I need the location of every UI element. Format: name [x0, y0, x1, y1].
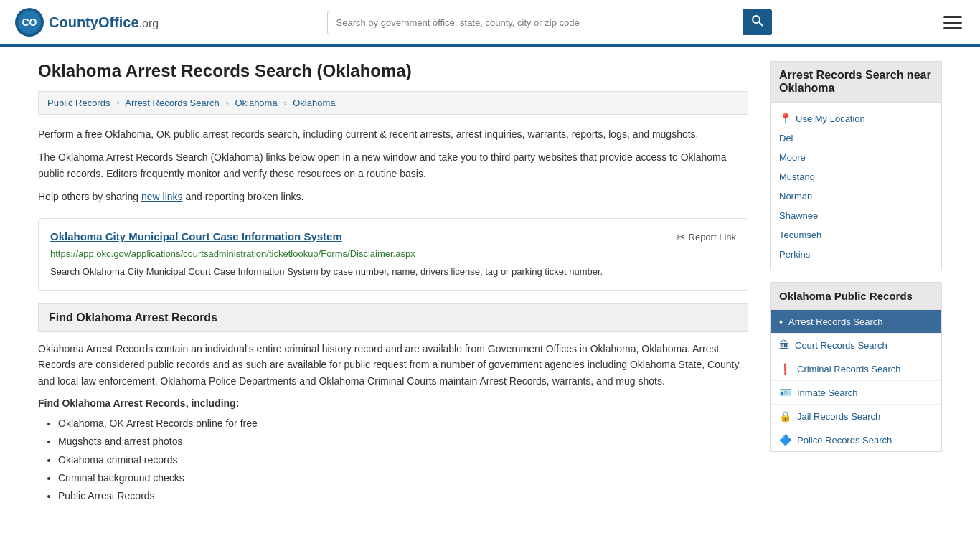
records-jail-records[interactable]: 🔒 Jail Records Search [771, 405, 941, 428]
breadcrumb-sep: › [116, 98, 119, 108]
find-section-title: Find Oklahoma Arrest Records [49, 311, 738, 324]
police-records-label: Police Records Search [797, 435, 892, 446]
police-records-icon: 🔷 [779, 434, 791, 446]
breadcrumb-oklahoma-state[interactable]: Oklahoma [235, 98, 277, 108]
sidebar-records-title: Oklahoma Public Records [770, 282, 942, 310]
sidebar-nearby-title: Arrest Records Search near Oklahoma [770, 61, 942, 103]
header: CO CountyOffice.org [0, 0, 980, 47]
location-del[interactable]: Del [771, 128, 941, 148]
inmate-search-icon: 🪪 [779, 387, 791, 398]
link-card-header: Oklahoma City Municipal Court Case Infor… [50, 230, 736, 244]
court-records-icon: 🏛 [779, 339, 789, 351]
find-list: Oklahoma, OK Arrest Records online for f… [38, 415, 748, 505]
location-tecumseh[interactable]: Tecumseh [771, 225, 941, 245]
link-card: Oklahoma City Municipal Court Case Infor… [38, 218, 748, 291]
svg-line-4 [759, 22, 763, 26]
hamburger-line [943, 22, 962, 24]
intro-paragraph-2: The Oklahoma Arrest Records Search (Okla… [38, 149, 748, 182]
list-item: Mugshots and arrest photos [58, 433, 748, 451]
list-item: Oklahoma criminal records [58, 451, 748, 469]
sidebar-records-list: ▪ Arrest Records Search 🏛 Court Records … [770, 310, 942, 452]
intro-paragraph-3: Help others by sharing new links and rep… [38, 189, 748, 204]
court-records-label: Court Records Search [795, 340, 887, 351]
main-container: Oklahoma Arrest Records Search (Oklahoma… [24, 47, 956, 519]
inmate-search-label: Inmate Search [797, 387, 858, 398]
report-link-label: Report Link [689, 232, 736, 242]
logo-text: CountyOffice.org [49, 14, 159, 31]
location-norman[interactable]: Norman [771, 187, 941, 206]
logo-icon: CO [14, 7, 44, 37]
criminal-records-label: Criminal Records Search [797, 364, 901, 375]
hamburger-line [943, 27, 962, 29]
breadcrumb-sep: › [225, 98, 228, 108]
new-links-link[interactable]: new links [141, 191, 183, 202]
sidebar-location-list: 📍 Use My Location Del Moore Mustang Norm… [770, 103, 942, 270]
location-mustang[interactable]: Mustang [771, 167, 941, 187]
list-item: Oklahoma, OK Arrest Records online for f… [58, 415, 748, 433]
find-body-text: Oklahoma Arrest Records contain an indiv… [38, 341, 748, 389]
link-description: Search Oklahoma City Municipal Court Cas… [50, 265, 736, 279]
intro-paragraph-1: Perform a free Oklahoma, OK public arres… [38, 126, 748, 142]
logo-area: CO CountyOffice.org [14, 7, 159, 37]
records-police-records[interactable]: 🔷 Police Records Search [771, 428, 941, 451]
search-icon [752, 15, 763, 27]
content-area: Oklahoma Arrest Records Search (Oklahoma… [38, 61, 748, 505]
link-url[interactable]: https://app.okc.gov/applications/courtsa… [50, 248, 736, 259]
sidebar: Arrest Records Search near Oklahoma 📍 Us… [770, 61, 942, 505]
location-shawnee[interactable]: Shawnee [771, 206, 941, 225]
breadcrumb-public-records[interactable]: Public Records [47, 98, 110, 108]
criminal-records-icon: ❗ [779, 363, 791, 375]
location-perkins[interactable]: Perkins [771, 245, 941, 264]
breadcrumb-sep: › [283, 98, 286, 108]
use-my-location-link[interactable]: 📍 Use My Location [771, 108, 941, 128]
search-area [327, 9, 772, 35]
arrest-records-icon: ▪ [779, 316, 783, 327]
svg-point-3 [753, 16, 760, 23]
breadcrumb: Public Records › Arrest Records Search ›… [38, 91, 748, 115]
hamburger-menu-button[interactable] [940, 12, 966, 33]
records-inmate-search[interactable]: 🪪 Inmate Search [771, 381, 941, 405]
find-list-title: Find Oklahoma Arrest Records, including: [38, 397, 748, 409]
breadcrumb-oklahoma-city[interactable]: Oklahoma [293, 98, 335, 108]
location-pin-icon: 📍 [779, 113, 791, 124]
jail-records-label: Jail Records Search [797, 411, 880, 422]
link-card-title[interactable]: Oklahoma City Municipal Court Case Infor… [50, 230, 342, 242]
report-icon: ✂ [676, 230, 685, 244]
find-section-box: Find Oklahoma Arrest Records [38, 303, 748, 332]
records-arrest-records[interactable]: ▪ Arrest Records Search [771, 310, 941, 334]
report-link-button[interactable]: ✂ Report Link [676, 230, 736, 244]
location-moore[interactable]: Moore [771, 148, 941, 167]
breadcrumb-arrest-records[interactable]: Arrest Records Search [125, 98, 220, 108]
use-my-location-label: Use My Location [796, 113, 865, 124]
svg-text:CO: CO [22, 17, 37, 28]
page-title: Oklahoma Arrest Records Search (Oklahoma… [38, 61, 748, 81]
records-criminal-records[interactable]: ❗ Criminal Records Search [771, 357, 941, 381]
search-button[interactable] [743, 9, 772, 35]
records-court-records[interactable]: 🏛 Court Records Search [771, 334, 941, 357]
list-item: Criminal background checks [58, 469, 748, 487]
hamburger-line [943, 16, 962, 18]
list-item: Public Arrest Records [58, 487, 748, 505]
search-input[interactable] [327, 11, 743, 34]
jail-records-icon: 🔒 [779, 410, 791, 422]
arrest-records-label: Arrest Records Search [788, 316, 883, 327]
